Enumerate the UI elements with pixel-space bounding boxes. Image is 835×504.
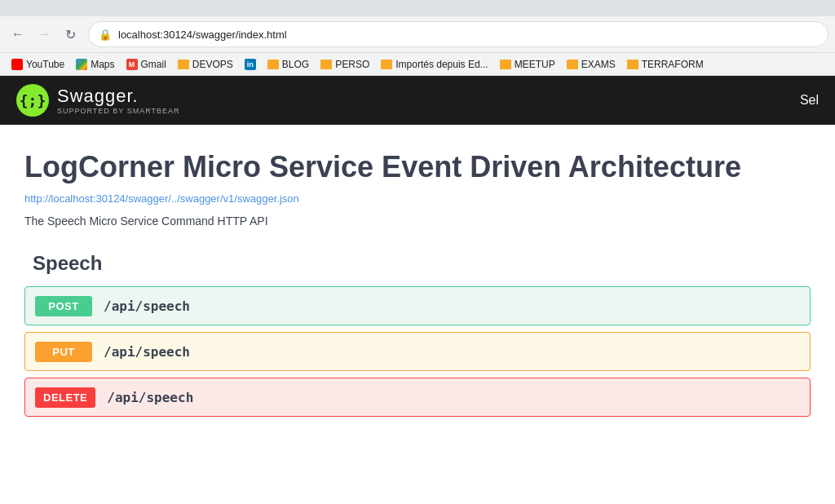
swagger-logo-text: Swagger. Supported by SMARTBEAR bbox=[57, 86, 180, 115]
bookmark-devops[interactable]: DEVOPS bbox=[173, 57, 238, 72]
bookmark-importes-label: Importés depuis Ed... bbox=[395, 59, 488, 70]
bookmark-perso[interactable]: PERSO bbox=[316, 57, 374, 72]
back-button[interactable]: ← bbox=[7, 23, 29, 46]
endpoint-path-put: /api/speech bbox=[104, 344, 190, 360]
bookmark-terraform[interactable]: TERRAFORM bbox=[622, 57, 709, 72]
swagger-subtitle: Supported by SMARTBEAR bbox=[57, 107, 180, 115]
address-bar[interactable]: 🔒 localhost:30124/swagger/index.html bbox=[88, 21, 828, 47]
folder-perso-icon bbox=[320, 60, 332, 69]
bookmark-blog-label: BLOG bbox=[282, 59, 309, 70]
bookmark-gmail[interactable]: M Gmail bbox=[121, 57, 171, 72]
endpoint-put-speech[interactable]: PUT /api/speech bbox=[24, 332, 811, 371]
bookmark-linkedin[interactable]: in bbox=[240, 57, 261, 72]
lock-icon: 🔒 bbox=[99, 29, 112, 41]
swagger-select-label: Sel bbox=[800, 93, 819, 108]
endpoint-path-post: /api/speech bbox=[104, 298, 190, 314]
folder-terraform-icon bbox=[627, 60, 638, 69]
bookmark-youtube[interactable]: YouTube bbox=[7, 57, 69, 72]
nav-buttons: ← → ↻ bbox=[7, 23, 82, 46]
bookmark-exams-label: EXAMS bbox=[581, 59, 616, 70]
bookmark-exams[interactable]: EXAMS bbox=[562, 57, 621, 72]
endpoint-delete-speech[interactable]: DELETE /api/speech bbox=[24, 378, 811, 417]
swagger-logo: {;} Swagger. Supported by SMARTBEAR bbox=[16, 84, 180, 117]
swagger-header: {;} Swagger. Supported by SMARTBEAR Sel bbox=[0, 76, 835, 125]
api-spec-link[interactable]: http://localhost:30124/swagger/../swagge… bbox=[24, 192, 811, 205]
linkedin-icon: in bbox=[245, 59, 256, 70]
gmail-icon: M bbox=[126, 59, 138, 70]
api-description: The Speech Micro Service Command HTTP AP… bbox=[24, 214, 811, 228]
api-title: LogCorner Micro Service Event Driven Arc… bbox=[24, 149, 811, 184]
endpoint-post-speech[interactable]: POST /api/speech bbox=[24, 286, 811, 325]
maps-icon bbox=[76, 59, 87, 70]
browser-tabs bbox=[0, 0, 835, 16]
folder-devops-icon bbox=[178, 60, 189, 69]
bookmark-youtube-label: YouTube bbox=[26, 59, 64, 70]
speech-section: Speech POST /api/speech PUT /api/speech … bbox=[24, 252, 811, 417]
forward-button[interactable]: → bbox=[33, 23, 55, 46]
bookmark-meetup-label: MEETUP bbox=[515, 59, 555, 70]
url-text: localhost:30124/swagger/index.html bbox=[118, 29, 818, 41]
folder-blog-icon bbox=[267, 60, 279, 69]
reload-button[interactable]: ↻ bbox=[59, 23, 82, 46]
swagger-content: LogCorner Micro Service Event Driven Arc… bbox=[0, 125, 835, 448]
folder-importes-icon bbox=[381, 60, 392, 69]
method-badge-put: PUT bbox=[35, 342, 92, 362]
endpoint-path-delete: /api/speech bbox=[107, 390, 193, 405]
section-title-speech: Speech bbox=[24, 252, 811, 275]
bookmark-terraform-label: TERRAFORM bbox=[642, 59, 704, 70]
bookmark-blog[interactable]: BLOG bbox=[263, 57, 314, 72]
bookmark-devops-label: DEVOPS bbox=[192, 59, 233, 70]
browser-toolbar: ← → ↻ 🔒 localhost:30124/swagger/index.ht… bbox=[0, 16, 835, 52]
youtube-icon bbox=[11, 59, 23, 70]
bookmark-maps-label: Maps bbox=[91, 59, 114, 70]
folder-exams-icon bbox=[567, 60, 578, 69]
method-badge-post: POST bbox=[35, 296, 92, 316]
method-badge-delete: DELETE bbox=[35, 387, 95, 408]
folder-meetup-icon bbox=[500, 60, 511, 69]
bookmark-perso-label: PERSO bbox=[335, 59, 369, 70]
browser-chrome: ← → ↻ 🔒 localhost:30124/swagger/index.ht… bbox=[0, 0, 835, 76]
bookmark-gmail-label: Gmail bbox=[141, 59, 166, 70]
bookmarks-bar: YouTube Maps M Gmail DEVOPS in BLOG PE bbox=[0, 52, 835, 75]
bookmark-meetup[interactable]: MEETUP bbox=[495, 57, 560, 72]
bookmark-importes[interactable]: Importés depuis Ed... bbox=[376, 57, 493, 72]
swagger-logo-icon: {;} bbox=[16, 84, 49, 117]
bookmark-maps[interactable]: Maps bbox=[71, 57, 119, 72]
swagger-title: Swagger. bbox=[57, 86, 180, 107]
